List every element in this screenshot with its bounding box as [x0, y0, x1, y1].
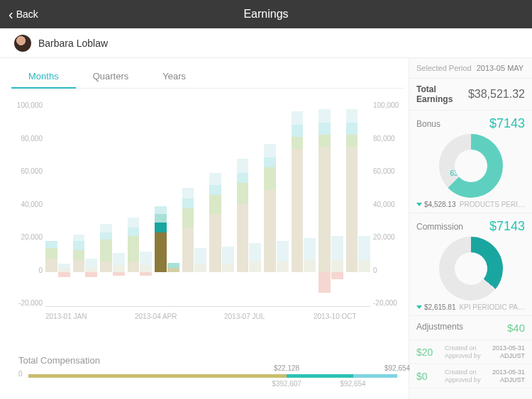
bar-group[interactable]: [318, 101, 343, 272]
bar: [45, 101, 57, 272]
tc-label: $22,128: [274, 364, 299, 372]
bar: [85, 101, 97, 272]
bar: [167, 101, 179, 272]
page-title: Earnings: [243, 8, 288, 21]
tab-years[interactable]: Years: [145, 65, 203, 88]
total-earnings-label: Total Earnings: [416, 84, 468, 104]
chart-plot: [45, 101, 370, 307]
commission-donut: 36%: [439, 237, 503, 300]
adj-meta: Created on2013-05-31 Approved byADJUST: [445, 369, 525, 383]
triangle-down-icon: [416, 305, 422, 309]
sidebar: Selected Period 2013-05 MAY Total Earnin…: [409, 58, 532, 399]
bar: [249, 101, 261, 272]
bonus-delta: $4,528.13: [416, 201, 456, 208]
bar-group[interactable]: [100, 101, 125, 272]
y-axis-left: 100,00080,00060,00040,00020,0000-20,000: [11, 101, 43, 307]
period-tabs: Months Quarters Years: [11, 65, 404, 89]
adjustments-header[interactable]: Adjustments $40: [409, 316, 532, 340]
commission-caption: KPI PERIODIC PA…: [459, 303, 525, 311]
bar: [58, 101, 70, 272]
bar: [292, 101, 304, 272]
total-comp-bar[interactable]: $22,128$392,607$92,654$92,654: [28, 374, 397, 378]
y-tick: 100,000: [373, 101, 404, 109]
x-tick: 2013-10 OCT: [314, 313, 370, 320]
y-tick: 40,000: [11, 201, 43, 208]
y-tick: 20,000: [11, 233, 43, 241]
adj-meta: Created on2013-05-31 Approved byADJUST: [445, 344, 525, 359]
bar: [128, 101, 140, 272]
bonus-caption: PRODUCTS PERI…: [460, 201, 525, 208]
tab-months[interactable]: Months: [11, 65, 76, 89]
bonus-donut: 63%: [439, 134, 503, 198]
bar-group[interactable]: [237, 101, 262, 272]
y-tick: 0: [373, 266, 404, 274]
bar-group[interactable]: [292, 101, 316, 272]
y-tick: -20,000: [373, 299, 404, 307]
bar: [100, 101, 112, 272]
navbar: ‹ Back Earnings: [0, 0, 532, 28]
bar-group[interactable]: [182, 101, 207, 272]
bar-group[interactable]: [128, 101, 153, 272]
bar: [346, 101, 358, 272]
bar: [318, 101, 331, 272]
x-tick: 2013-01 JAN: [45, 313, 102, 320]
bonus-block[interactable]: Bonus $7143 63% $4,528.13 PRODUCTS PERI…: [409, 111, 532, 213]
main-panel: Months Quarters Years 100,00080,00060,00…: [0, 58, 409, 399]
back-label: Back: [16, 9, 38, 20]
back-button[interactable]: ‹ Back: [0, 7, 47, 21]
user-row: Barbara Loblaw: [0, 28, 532, 58]
y-tick: 60,000: [373, 167, 404, 175]
user-name: Barbara Loblaw: [38, 38, 108, 49]
adjustments-label: Adjustments: [416, 322, 463, 334]
bar-group[interactable]: [346, 101, 371, 272]
bar: [222, 101, 234, 272]
total-compensation: Total Compensation 0 $22,128$392,607$92,…: [11, 355, 404, 388]
chevron-left-icon: ‹: [9, 7, 13, 21]
y-tick: -20,000: [11, 299, 43, 307]
bar-group[interactable]: [73, 101, 98, 272]
total-earnings-row: Total Earnings $38,521.32: [409, 79, 532, 111]
bar: [155, 101, 167, 272]
tc-label: $92,654: [384, 364, 410, 372]
x-axis: 2013-01 JAN2013-04 APR2013-07 JUL2013-10…: [45, 313, 370, 320]
tab-quarters[interactable]: Quarters: [76, 65, 146, 88]
bar: [73, 101, 85, 272]
selected-period-value: 2013-05 MAY: [477, 64, 523, 72]
commission-label: Commission: [416, 222, 463, 232]
bar: [331, 101, 343, 272]
tc-label: $392,607: [272, 380, 301, 388]
selected-period: Selected Period 2013-05 MAY: [409, 58, 532, 79]
tc-label: $92,654: [340, 380, 366, 388]
bar-group[interactable]: [155, 101, 179, 272]
bar-group[interactable]: [209, 101, 234, 272]
adjustment-row[interactable]: $0 Created on2013-05-31 Approved byADJUS…: [409, 364, 532, 388]
bar: [194, 101, 206, 272]
commission-delta: $2,615.81: [416, 303, 456, 311]
y-tick: 0: [11, 266, 43, 274]
bar-group[interactable]: [264, 101, 289, 272]
adj-amount: $0: [416, 371, 440, 382]
y-axis-right: 100,00080,00060,00040,00020,0000-20,000: [373, 101, 404, 307]
y-tick: 60,000: [11, 167, 43, 175]
bar: [209, 101, 221, 272]
commission-amount: $7143: [489, 219, 525, 234]
earnings-chart[interactable]: 100,00080,00060,00040,00020,0000-20,000 …: [11, 101, 404, 349]
bar: [182, 101, 194, 272]
triangle-down-icon: [416, 203, 422, 206]
bar: [358, 101, 370, 272]
adj-amount: $20: [416, 347, 440, 358]
total-comp-title: Total Compensation: [18, 355, 397, 366]
total-earnings-value: $38,521.32: [468, 88, 525, 101]
x-tick: 2013-07 JUL: [224, 313, 281, 320]
bar: [304, 101, 316, 272]
y-tick: 100,000: [11, 101, 43, 109]
bar-group[interactable]: [45, 101, 70, 272]
adjustment-row[interactable]: $20 Created on2013-05-31 Approved byADJU…: [409, 340, 532, 364]
bonus-amount: $7143: [489, 116, 525, 131]
bar: [237, 101, 249, 272]
avatar[interactable]: [14, 35, 31, 52]
bonus-label: Bonus: [416, 119, 440, 129]
bar: [264, 101, 276, 272]
commission-block[interactable]: Commission $7143 36% $2,615.81 KPI PERIO…: [409, 213, 532, 316]
bar: [140, 101, 152, 272]
